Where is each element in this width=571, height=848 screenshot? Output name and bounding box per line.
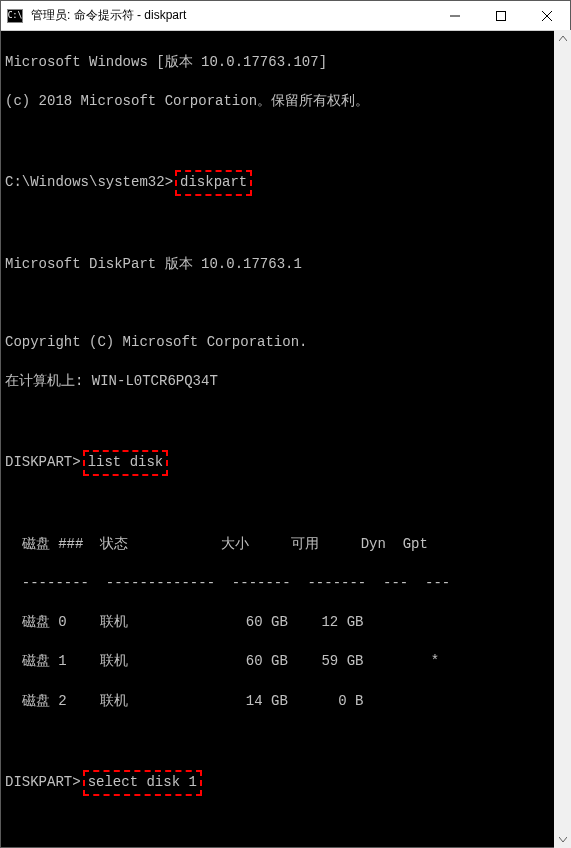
highlight-select-disk: select disk 1 <box>83 770 202 796</box>
window-frame: C:\ 管理员: 命令提示符 - diskpart Microsoft Wind… <box>0 0 571 848</box>
cmd-icon: C:\ <box>7 9 23 23</box>
table-row: 磁盘 2 联机 14 GB 0 B <box>5 692 566 712</box>
minimize-icon <box>450 11 460 21</box>
maximize-button[interactable] <box>478 1 524 30</box>
svg-rect-1 <box>497 11 506 20</box>
table-row: 磁盘 0 联机 60 GB 12 GB <box>5 613 566 633</box>
window-title: 管理员: 命令提示符 - diskpart <box>29 7 432 24</box>
app-icon: C:\ <box>1 9 29 23</box>
scroll-track[interactable] <box>554 47 571 831</box>
prompt-line: C:\Windows\system32>diskpart <box>5 170 566 196</box>
chevron-down-icon <box>559 837 567 842</box>
scroll-down-arrow[interactable] <box>554 831 571 848</box>
computer-name: 在计算机上: WIN-L0TCR6PQ34T <box>5 372 566 392</box>
diskpart-copyright: Copyright (C) Microsoft Corporation. <box>5 333 566 353</box>
scrollbar[interactable] <box>554 30 571 848</box>
close-button[interactable] <box>524 1 570 30</box>
highlight-list-disk: list disk <box>83 450 169 476</box>
terminal-area[interactable]: Microsoft Windows [版本 10.0.17763.107] (c… <box>1 31 570 847</box>
version-line: Microsoft Windows [版本 10.0.17763.107] <box>5 53 566 73</box>
diskpart-prompt: DISKPART> <box>5 454 81 470</box>
window-controls <box>432 1 570 30</box>
table-divider: -------- ------------- ------- ------- -… <box>5 574 566 594</box>
titlebar[interactable]: C:\ 管理员: 命令提示符 - diskpart <box>1 1 570 31</box>
close-icon <box>542 11 552 21</box>
dp-prompt-line: DISKPART>list disk <box>5 450 566 476</box>
table-row: 磁盘 1 联机 60 GB 59 GB * <box>5 652 566 672</box>
diskpart-version: Microsoft DiskPart 版本 10.0.17763.1 <box>5 255 566 275</box>
copyright-line: (c) 2018 Microsoft Corporation。保留所有权利。 <box>5 92 566 112</box>
diskpart-prompt: DISKPART> <box>5 774 81 790</box>
minimize-button[interactable] <box>432 1 478 30</box>
dp-prompt-line: DISKPART>select disk 1 <box>5 770 566 796</box>
scroll-up-arrow[interactable] <box>554 30 571 47</box>
chevron-up-icon <box>559 36 567 41</box>
table-header: 磁盘 ### 状态 大小 可用 Dyn Gpt <box>5 535 566 555</box>
highlight-diskpart: diskpart <box>175 170 252 196</box>
cmd-prompt: C:\Windows\system32> <box>5 174 173 190</box>
maximize-icon <box>496 11 506 21</box>
